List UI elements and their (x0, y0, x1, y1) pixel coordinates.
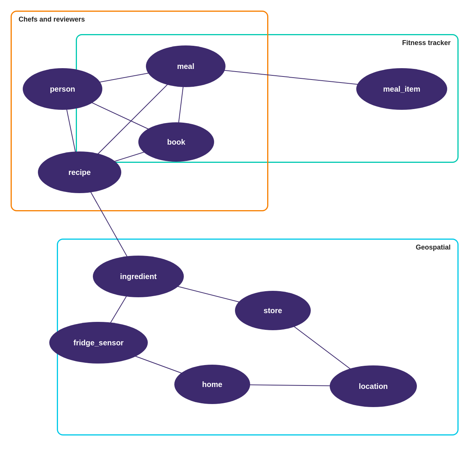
node-book[interactable]: book (138, 122, 214, 162)
node-home[interactable]: home (174, 365, 250, 404)
node-meal_item[interactable]: meal_item (356, 68, 447, 110)
node-person[interactable]: person (23, 68, 102, 110)
chefs-group-label: Chefs and reviewers (19, 16, 85, 23)
node-ingredient[interactable]: ingredient (93, 256, 184, 297)
node-store[interactable]: store (235, 291, 311, 330)
geospatial-group-label: Geospatial (416, 243, 451, 251)
fitness-group-label: Fitness tracker (402, 39, 451, 47)
node-meal[interactable]: meal (146, 45, 225, 87)
node-location[interactable]: location (330, 365, 417, 407)
node-fridge_sensor[interactable]: fridge_sensor (49, 322, 148, 364)
node-recipe[interactable]: recipe (38, 151, 121, 193)
main-container: Chefs and reviewers Fitness tracker Geos… (0, 0, 476, 451)
